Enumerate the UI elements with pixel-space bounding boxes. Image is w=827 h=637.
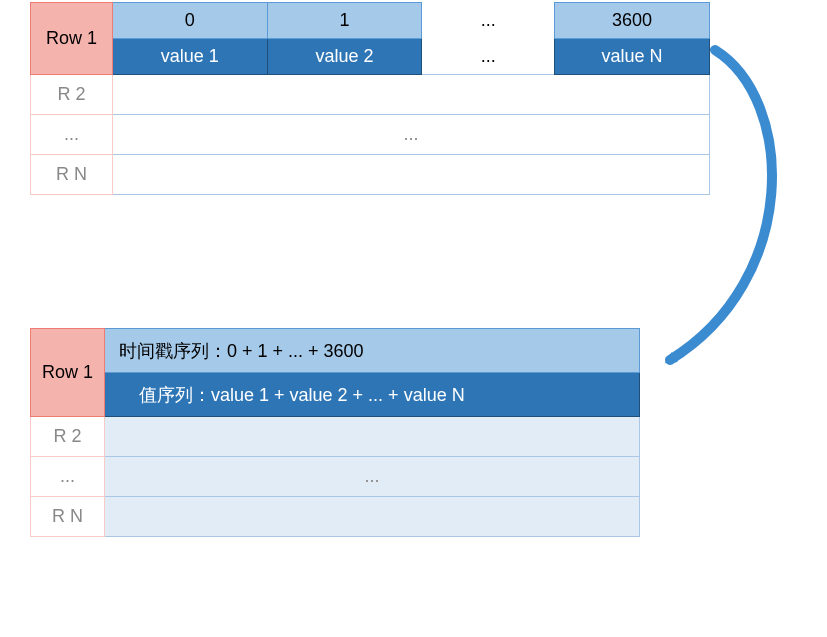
- col-value: value 1: [112, 39, 267, 75]
- row-label-dots: ...: [31, 115, 113, 155]
- table-row: [112, 155, 709, 195]
- row-label-n: R N: [31, 497, 105, 537]
- row-label-2: R 2: [31, 75, 113, 115]
- table-row: ...: [112, 115, 709, 155]
- col-header: 3600: [555, 3, 710, 39]
- col-value: value 2: [267, 39, 422, 75]
- col-header: 1: [267, 3, 422, 39]
- timestamp-sequence: 时间戳序列：0 + 1 + ... + 3600: [105, 329, 640, 373]
- table-row: [105, 417, 640, 457]
- ellipsis: ...: [422, 39, 555, 75]
- row-label-1: Row 1: [31, 329, 105, 417]
- row-label-2: R 2: [31, 417, 105, 457]
- row-label-dots: ...: [31, 457, 105, 497]
- ellipsis: ...: [422, 3, 555, 39]
- col-header: 0: [112, 3, 267, 39]
- table-row: [105, 497, 640, 537]
- columnar-table: Row 1 0 1 ... 3600 value 1 value 2 ... v…: [30, 2, 710, 195]
- table-row: [112, 75, 709, 115]
- row-label-n: R N: [31, 155, 113, 195]
- col-value: value N: [555, 39, 710, 75]
- value-sequence: 值序列：value 1 + value 2 + ... + value N: [105, 373, 640, 417]
- table-row: ...: [105, 457, 640, 497]
- row-label-1: Row 1: [31, 3, 113, 75]
- sequence-table: Row 1 时间戳序列：0 + 1 + ... + 3600 值序列：value…: [30, 328, 640, 537]
